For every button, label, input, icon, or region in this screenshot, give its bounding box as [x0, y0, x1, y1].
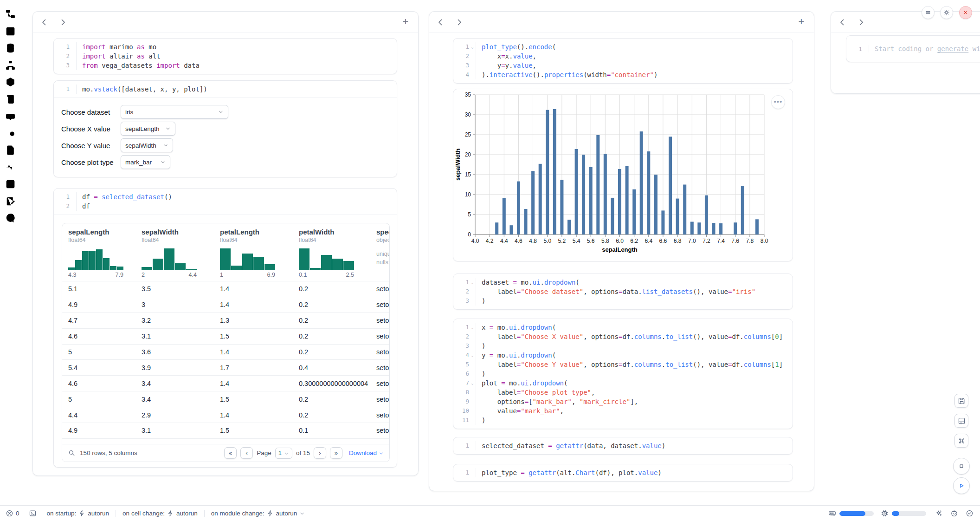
cell-empty[interactable]: 1 Start coding or generate with — [846, 35, 980, 62]
lightning-icon — [267, 510, 274, 517]
gear-icon — [943, 9, 950, 16]
column-prev-button[interactable] — [837, 17, 848, 28]
code-editor[interactable]: 1import marimo as mo2import altair as al… — [54, 39, 397, 74]
cell-plot-type[interactable]: 1plot_type = getattr(alt.Chart(df), plot… — [453, 464, 793, 482]
code-editor[interactable]: 1⌄dataset = mo.ui.dropdown(2 label="Choo… — [453, 274, 793, 309]
scratchpad-icon[interactable] — [5, 195, 16, 207]
logs-icon[interactable] — [5, 127, 16, 139]
svg-text:7.4: 7.4 — [717, 238, 725, 244]
download-button[interactable]: Download — [349, 449, 384, 456]
save-button[interactable] — [954, 394, 968, 408]
column-next-button[interactable] — [58, 17, 69, 28]
dropdown-choose-x-value[interactable]: sepalLength — [121, 122, 175, 136]
last-page-button[interactable]: » — [330, 447, 342, 459]
table-row[interactable]: 4.63.11.50.2setosa — [62, 329, 389, 345]
packages-icon[interactable] — [5, 76, 16, 88]
next-page-button[interactable]: › — [314, 447, 326, 459]
terminal-icon[interactable] — [29, 509, 37, 517]
chevron-down-icon — [299, 511, 305, 516]
code-placeholder[interactable]: Start coding or generate with — [869, 45, 980, 52]
generate-link[interactable]: generate — [937, 45, 968, 52]
outputs-icon[interactable] — [5, 178, 16, 190]
column-next-button[interactable] — [856, 17, 867, 28]
table-row[interactable]: 5.43.91.70.4setosa — [62, 360, 389, 376]
save-icon — [958, 397, 966, 405]
cpu-icon — [881, 509, 889, 517]
column-header[interactable]: sepalLengthfloat644.37.9 — [68, 228, 142, 278]
connection-status-icon[interactable] — [966, 509, 974, 517]
code-editor[interactable]: 1mo.vstack([dataset, x, y, plot]) — [54, 81, 397, 98]
run-all-button[interactable] — [953, 477, 970, 494]
autorun-setting[interactable]: on cell change:autorun — [122, 510, 198, 517]
error-circle-icon — [6, 509, 13, 517]
file-explorer-icon[interactable] — [5, 8, 16, 20]
column-header[interactable]: petalWidthfloat640.12.5 — [299, 228, 376, 278]
keyboard-shortcuts-button[interactable] — [954, 434, 968, 448]
assistant-icon[interactable] — [950, 509, 958, 517]
error-indicator[interactable]: 0 — [6, 509, 19, 517]
code-editor[interactable]: 1plot_type = getattr(alt.Chart(df), plot… — [453, 464, 793, 481]
first-page-button[interactable]: « — [224, 447, 237, 459]
memory-icon — [828, 509, 836, 517]
variables-icon[interactable] — [5, 26, 16, 37]
page-select[interactable]: 1 — [275, 448, 292, 459]
table-row[interactable]: 5.13.51.40.2setosa — [62, 281, 389, 297]
close-button[interactable] — [959, 6, 972, 19]
chart-menu-button[interactable]: ••• — [771, 95, 785, 109]
cell-plot-chain[interactable]: 1⌄plot_type().encode(2 x=x.value,3 y=y.v… — [453, 38, 793, 84]
table-footer: 150 rows, 5 columns«‹Page1of 15›»Downloa… — [62, 444, 389, 462]
interrupt-button[interactable] — [953, 458, 970, 475]
code-editor[interactable]: 1selected_dataset = getattr(data, datase… — [453, 437, 793, 454]
table-row[interactable]: 4.73.21.30.2setosa — [62, 313, 389, 329]
column-prev-button[interactable] — [39, 17, 50, 28]
documentation-icon[interactable] — [5, 144, 16, 156]
dropdown-choose-y-value[interactable]: sepalWidth — [121, 138, 173, 152]
cell-xy-plot-dropdowns[interactable]: 1⌄x = mo.ui.dropdown(2 label="Choose X v… — [453, 319, 793, 429]
table-row[interactable]: 4.93.11.50.1setosa — [62, 423, 389, 439]
cell-imports[interactable]: 1import marimo as mo2import altair as al… — [53, 38, 397, 74]
column-prev-button[interactable] — [435, 17, 446, 28]
add-cell-button[interactable]: + — [795, 16, 807, 28]
column-header[interactable]: petalLengthfloat6416.9 — [220, 228, 299, 278]
lightning-icon — [167, 510, 174, 517]
table-row[interactable]: 4.42.91.40.2setosa — [62, 407, 389, 423]
code-line: 1⌄x = mo.ui.dropdown( — [453, 323, 793, 332]
chevron-down-icon — [160, 159, 166, 165]
table-row[interactable]: 4.63.41.40.30000000000000004setosa — [62, 376, 389, 391]
code-line: 11) — [453, 416, 793, 425]
panel-layout-button[interactable] — [954, 414, 968, 428]
cell-vstack[interactable]: 1mo.vstack([dataset, x, y, plot]) Choose… — [53, 80, 397, 177]
column-header[interactable]: sepalWidthfloat6424.4 — [142, 228, 220, 278]
code-editor[interactable]: 1⌄x = mo.ui.dropdown(2 label="Choose X v… — [453, 319, 793, 429]
code-line: 7⌄plot = mo.ui.dropdown( — [453, 378, 793, 388]
cell-selected-dataset[interactable]: 1selected_dataset = getattr(data, datase… — [453, 437, 793, 455]
sparkles-icon[interactable] — [935, 509, 943, 517]
dropdown-choose-dataset[interactable]: iris — [121, 105, 228, 119]
dropdown-choose-plot-type[interactable]: mark_bar — [121, 155, 170, 169]
tracing-icon[interactable] — [5, 161, 16, 173]
table-row[interactable]: 53.41.50.2setosa — [62, 391, 389, 407]
vstack-output: Choose datasetirisChoose X valuesepalLen… — [54, 98, 397, 178]
sepal-bar-chart: 4.04.24.44.64.85.05.25.45.65.86.06.26.46… — [453, 89, 793, 264]
add-cell-button[interactable]: + — [400, 16, 412, 28]
column-header[interactable]: speciesobjectuniquenulls: — [376, 228, 390, 278]
table-row[interactable]: 53.61.40.2setosa — [62, 345, 389, 360]
help-icon[interactable] — [5, 212, 16, 224]
data-sources-icon[interactable] — [5, 42, 16, 54]
ai-chat-icon[interactable] — [5, 111, 16, 122]
autorun-setting[interactable]: on startup:autorun — [47, 510, 110, 517]
dependency-graph-icon[interactable] — [5, 59, 16, 71]
table-row[interactable]: 4.931.40.2setosa — [62, 297, 389, 313]
cell-dataset-dropdown[interactable]: 1⌄dataset = mo.ui.dropdown(2 label="Choo… — [453, 274, 793, 310]
cell-dataframe[interactable]: 1df = selected_dataset()2df sepalLengthf… — [53, 188, 397, 468]
settings-button[interactable] — [940, 6, 953, 19]
code-editor[interactable]: 1df = selected_dataset()2df — [54, 189, 397, 215]
snippets-icon[interactable] — [5, 93, 16, 105]
prev-page-button[interactable]: ‹ — [240, 447, 253, 459]
menu-button[interactable] — [922, 6, 935, 19]
code-editor[interactable]: 1⌄plot_type().encode(2 x=x.value,3 y=y.v… — [453, 39, 793, 83]
search-icon[interactable] — [68, 449, 76, 457]
activity-sidebar — [0, 0, 28, 505]
autorun-setting[interactable]: on module change:autorun — [211, 510, 305, 517]
column-next-button[interactable] — [454, 17, 465, 28]
